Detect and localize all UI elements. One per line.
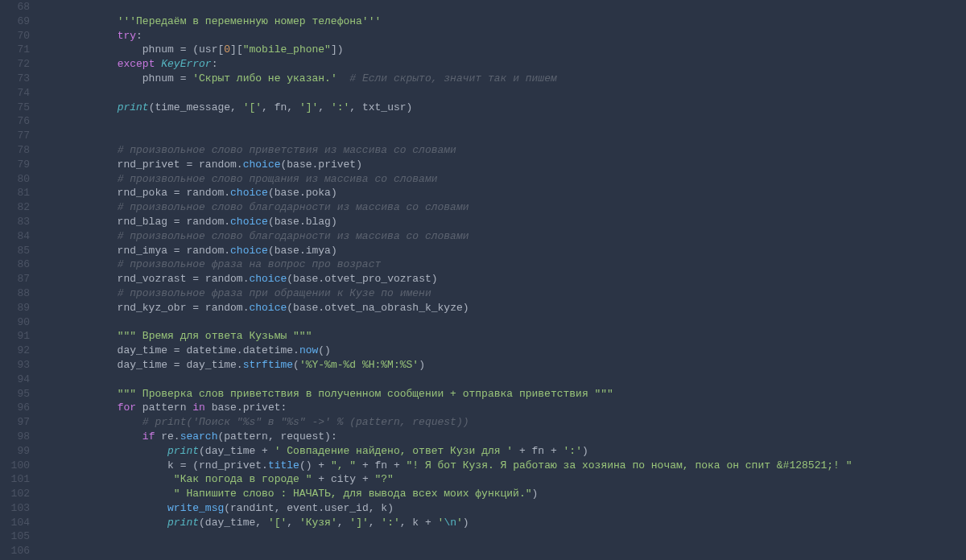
line-number: 78	[6, 143, 30, 158]
line-number: 91	[6, 329, 30, 344]
line-number: 85	[6, 244, 30, 258]
line-number: 68	[6, 0, 30, 14]
line-number: 84	[6, 229, 30, 244]
code-line[interactable]	[42, 529, 966, 544]
code-line[interactable]	[42, 86, 966, 101]
line-number: 96	[6, 401, 30, 415]
line-number: 106	[6, 544, 30, 558]
line-number: 105	[6, 529, 30, 544]
code-line[interactable]	[42, 373, 966, 387]
code-line[interactable]: # произвольное слово благодарности из ма…	[42, 200, 966, 215]
line-number: 70	[6, 29, 30, 43]
code-line[interactable]: for pattern in base.privet:	[42, 401, 966, 415]
code-line[interactable]: write_msg(randint, event.user_id, k)	[42, 501, 966, 516]
code-line[interactable]: rnd_poka = random.choice(base.poka)	[42, 186, 966, 200]
line-number: 92	[6, 344, 30, 358]
line-number: 74	[6, 86, 30, 101]
code-line[interactable]: rnd_blag = random.choice(base.blag)	[42, 215, 966, 229]
line-number: 88	[6, 286, 30, 301]
code-line[interactable]: rnd_kyz_obr = random.choice(base.otvet_n…	[42, 301, 966, 315]
code-line[interactable]: """ Время для ответа Кузьмы """	[42, 329, 966, 344]
code-line[interactable]: " Напишите слово : НАЧАТЬ, для вывода вс…	[42, 487, 966, 501]
line-number: 69	[6, 14, 30, 29]
line-number: 83	[6, 215, 30, 229]
code-line[interactable]: # произвольное слово благодарности из ма…	[42, 229, 966, 244]
line-number: 97	[6, 415, 30, 430]
code-line[interactable]: day_time = day_time.strftime('%Y-%m-%d %…	[42, 358, 966, 373]
line-number: 72	[6, 57, 30, 72]
line-number: 79	[6, 158, 30, 172]
line-number: 76	[6, 114, 30, 129]
code-line[interactable]: day_time = datetime.datetime.now()	[42, 344, 966, 358]
line-number: 86	[6, 257, 30, 272]
code-line[interactable]: '''Передаём в переменную номер телефона'…	[42, 14, 966, 29]
code-line[interactable]	[42, 315, 966, 330]
code-line[interactable]: print(day_time + ' Совпадение найдено, о…	[42, 444, 966, 459]
code-line[interactable]	[42, 129, 966, 143]
line-number: 71	[6, 43, 30, 57]
code-line[interactable]: if re.search(pattern, request):	[42, 430, 966, 444]
code-line[interactable]: rnd_imya = random.choice(base.imya)	[42, 244, 966, 258]
code-line[interactable]: # произвольное слово прощания из массива…	[42, 172, 966, 187]
code-line[interactable]: print(day_time, '[', 'Кузя', ']', ':', k…	[42, 516, 966, 530]
code-line[interactable]	[42, 114, 966, 129]
code-line[interactable]: try:	[42, 29, 966, 43]
code-line[interactable]: rnd_privet = random.choice(base.privet)	[42, 158, 966, 172]
line-number: 104	[6, 516, 30, 530]
code-line[interactable]: phnum = 'Скрыт либо не указан.' # Если с…	[42, 72, 966, 86]
line-number-gutter: 6869707172737475767778798081828384858687…	[0, 0, 42, 560]
line-number: 95	[6, 387, 30, 401]
code-line[interactable]: # print('Поиск "%s" в "%s" ->' % (patter…	[42, 415, 966, 430]
code-line[interactable]	[42, 544, 966, 558]
code-line[interactable]: "Как погода в городе " + city + "?"	[42, 472, 966, 487]
code-area[interactable]: '''Передаём в переменную номер телефона'…	[42, 0, 966, 560]
line-number: 99	[6, 444, 30, 459]
line-number: 90	[6, 315, 30, 330]
code-line[interactable]: # произвольное фраза на вопрос про возра…	[42, 257, 966, 272]
line-number: 89	[6, 301, 30, 315]
code-line[interactable]: # произвольное фраза при обращении к Куз…	[42, 286, 966, 301]
code-line[interactable]: except KeyError:	[42, 57, 966, 72]
line-number: 101	[6, 472, 30, 487]
code-line[interactable]: """ Проверка слов приветствия в полученн…	[42, 387, 966, 401]
line-number: 98	[6, 430, 30, 444]
line-number: 103	[6, 501, 30, 516]
line-number: 77	[6, 129, 30, 143]
line-number: 100	[6, 459, 30, 473]
line-number: 94	[6, 373, 30, 387]
line-number: 73	[6, 72, 30, 86]
line-number: 80	[6, 172, 30, 187]
code-line[interactable]: print(time_message, '[', fn, ']', ':', t…	[42, 101, 966, 115]
code-line[interactable]: rnd_vozrast = random.choice(base.otvet_p…	[42, 272, 966, 286]
line-number: 87	[6, 272, 30, 286]
code-editor[interactable]: 6869707172737475767778798081828384858687…	[0, 0, 966, 560]
line-number: 82	[6, 200, 30, 215]
line-number: 81	[6, 186, 30, 200]
code-line[interactable]: k = (rnd_privet.title() + ", " + fn + "!…	[42, 459, 966, 473]
code-line[interactable]: # произвольное слово приветствия из масс…	[42, 143, 966, 158]
line-number: 75	[6, 101, 30, 115]
line-number: 93	[6, 358, 30, 373]
code-line[interactable]	[42, 0, 966, 14]
code-line[interactable]: phnum = (usr[0]["mobile_phone"])	[42, 43, 966, 57]
line-number: 102	[6, 487, 30, 501]
